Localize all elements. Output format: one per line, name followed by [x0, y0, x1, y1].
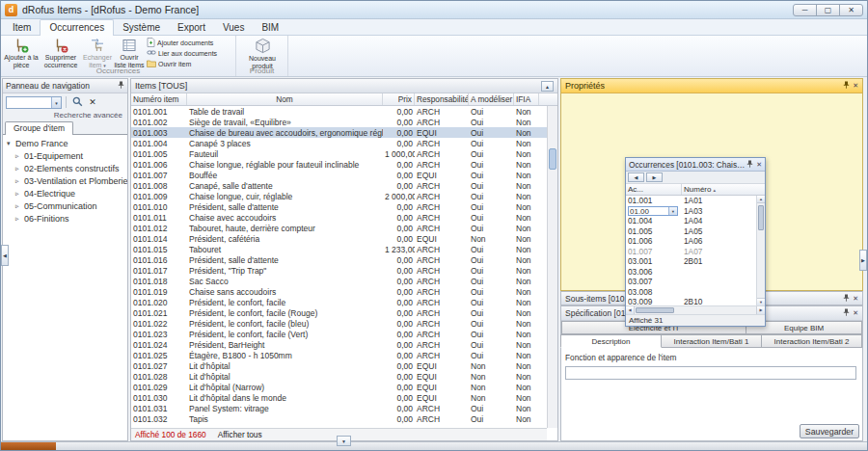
table-row[interactable]: 0101.024 Président, BarHeight 0,00 ARCH …: [131, 339, 547, 350]
exchange-item-button[interactable]: Echanger item ▾: [83, 37, 112, 68]
occurrence-row[interactable]: 03.001 03.001 ▾ 2B01: [626, 256, 756, 267]
tree-node[interactable]: ▹ 01-Equipement: [3, 149, 127, 162]
chevron-down-icon[interactable]: ▾: [668, 207, 677, 215]
collapse-up-icon[interactable]: ▲: [541, 81, 554, 92]
table-row[interactable]: 0101.006 Chaise longue, réglable pour fa…: [131, 159, 547, 170]
column-header-a-modeliser[interactable]: A modéliser: [469, 93, 514, 105]
column-header-responsabilite[interactable]: Responsabilité: [415, 93, 469, 105]
table-row[interactable]: 0101.010 Président, salle d'attente 0,00…: [131, 201, 547, 212]
table-row[interactable]: 0101.032 Tapis 0,00 ARCH Oui Non: [131, 413, 547, 424]
expander-icon[interactable]: ▹: [15, 215, 24, 223]
close-panel-icon[interactable]: ✕: [853, 295, 858, 303]
occurrence-row[interactable]: 03.006 03.006 ▾: [626, 267, 756, 278]
pin-icon[interactable]: [843, 294, 850, 304]
table-row[interactable]: 0101.012 Tabouret, haute, derrière compt…: [131, 223, 547, 233]
delete-occurrence-button[interactable]: Supprimer occurrence: [41, 37, 81, 68]
function-appearance-input[interactable]: [565, 366, 856, 380]
column-header-numero[interactable]: Numéro ▴: [682, 184, 765, 195]
expander-icon[interactable]: ▹: [15, 202, 24, 210]
pin-icon[interactable]: [843, 81, 850, 91]
column-header-prix[interactable]: Prix: [383, 93, 415, 105]
occurrence-row[interactable]: 01.004 01.004 ▾ 1A04: [626, 216, 756, 226]
items-scrollbar[interactable]: [547, 106, 557, 428]
tree-node[interactable]: ▹ 04-Electrique: [3, 187, 127, 199]
ribbon-tab[interactable]: Export: [169, 20, 214, 35]
tree-node[interactable]: ▹ 02-Elements constructifs: [3, 162, 127, 174]
occurrence-row[interactable]: 03.007 03.007 ▾: [626, 277, 756, 287]
pin-icon[interactable]: [843, 308, 850, 318]
table-row[interactable]: 0101.009 Chaise longue, cuir, réglable 2…: [131, 191, 547, 201]
table-row[interactable]: 0101.003 Chaise de bureau avec accoudoir…: [131, 127, 547, 138]
table-row[interactable]: 0101.028 Lit d'hôpital 0,00 EQUI Non Non: [131, 371, 547, 382]
close-popup-icon[interactable]: ✕: [756, 161, 762, 169]
collapse-right-panel-button[interactable]: ▶: [859, 250, 867, 271]
ribbon-tab[interactable]: Item: [4, 20, 40, 35]
table-row[interactable]: 0101.030 Lit d'hôpital dans le monde 0,0…: [131, 392, 547, 403]
table-row[interactable]: 0101.018 Sac Sacco 0,00 ARCH Oui Non: [131, 276, 547, 286]
open-items-list-button[interactable]: Ouvrir liste items: [113, 37, 146, 68]
scrollbar-thumb[interactable]: [549, 148, 556, 170]
search-input[interactable]: [7, 97, 51, 108]
collapse-bottom-panel-button[interactable]: ▼: [337, 436, 351, 446]
save-button[interactable]: Sauvegarder: [800, 424, 859, 438]
table-row[interactable]: 0101.001 Table de travail 0,00 ARCH Oui …: [131, 106, 547, 117]
table-row[interactable]: 0101.017 Président, "Trip Trap" 0,00 ARC…: [131, 265, 547, 276]
tree-node[interactable]: ▹ 03-Ventilation et Plomberie: [3, 174, 127, 187]
table-row[interactable]: 0101.029 Lit d'hôpital (Narrow) 0,00 EQU…: [131, 382, 547, 392]
table-row[interactable]: 0101.022 Président, le confort, facile (…: [131, 318, 547, 329]
table-row[interactable]: 0101.031 Panel System: vitrage 0,00 ARCH…: [131, 403, 547, 413]
column-header-activite[interactable]: Ac...: [626, 184, 682, 195]
close-panel-icon[interactable]: ✕: [853, 82, 858, 90]
link-documents-button[interactable]: Lier aux documents: [147, 48, 233, 58]
close-panel-icon[interactable]: ✕: [853, 309, 858, 317]
table-row[interactable]: 0101.014 Président, cafétéria 0,00 EQUI …: [131, 233, 547, 244]
ribbon-tab[interactable]: BIM: [253, 20, 287, 35]
column-header-ifia[interactable]: IFIA: [514, 93, 539, 105]
occurrence-row[interactable]: 01.00 01.00 ▾ 1A03: [626, 206, 756, 217]
occurrence-row[interactable]: 01.001 01.001 ▾ 1A01: [626, 196, 756, 206]
scrollbar-thumb[interactable]: [636, 307, 674, 313]
minimize-button[interactable]: ─: [793, 4, 817, 16]
collapse-left-panel-button[interactable]: ◀: [1, 245, 9, 266]
scroll-up-icon[interactable]: ▲: [757, 196, 765, 203]
previous-record-button[interactable]: ◀: [628, 172, 644, 182]
ribbon-tab[interactable]: Occurrences: [40, 19, 114, 36]
ribbon-tab[interactable]: Vues: [214, 20, 253, 35]
advanced-search-link[interactable]: Recherche avancée: [3, 111, 127, 121]
expander-icon[interactable]: ▹: [15, 165, 24, 172]
occurrence-row[interactable]: 03.008 03.008 ▾: [626, 287, 756, 298]
table-row[interactable]: 0101.015 Tabouret 1 233,00 ARCH Oui Non: [131, 244, 547, 254]
close-window-button[interactable]: ✕: [839, 4, 863, 16]
clear-search-button[interactable]: ✕: [86, 96, 99, 109]
scroll-right-icon[interactable]: ▶: [756, 306, 765, 314]
scrollbar-thumb[interactable]: [758, 205, 764, 230]
ribbon-tab[interactable]: Système: [114, 20, 169, 35]
tree-node[interactable]: ▾ Demo France: [3, 137, 127, 149]
activite-combobox[interactable]: 01.00 ▾: [628, 206, 678, 216]
add-to-room-button[interactable]: Ajouter à la pièce: [3, 37, 40, 68]
expander-icon[interactable]: ▹: [15, 190, 24, 198]
occurrences-horizontal-scrollbar[interactable]: ◀ ▶: [626, 305, 765, 314]
column-header-nom[interactable]: Nom: [187, 93, 383, 105]
scroll-left-icon[interactable]: ◀: [626, 306, 635, 314]
occurrence-row[interactable]: 01.006 01.006 ▾ 1A06: [626, 236, 756, 247]
pin-icon[interactable]: [746, 160, 753, 170]
table-row[interactable]: 0101.025 Étagère, B1800 - h 1050mm 0,00 …: [131, 350, 547, 360]
pin-icon[interactable]: [118, 81, 124, 91]
new-product-button[interactable]: Nouveau produit: [239, 37, 285, 68]
search-combobox[interactable]: ▾: [6, 96, 62, 109]
search-button[interactable]: [70, 96, 84, 109]
table-row[interactable]: 0101.002 Siège de travail, «Equilibre» 0…: [131, 117, 547, 127]
tree-node[interactable]: ▹ 06-Finitions: [3, 212, 127, 225]
table-row[interactable]: 0101.027 Lit d'hôpital 0,00 EQUI Non Non: [131, 360, 547, 371]
table-row[interactable]: 0101.004 Canapé 3 places 0,00 ARCH Oui N…: [131, 138, 547, 148]
show-all-link[interactable]: Afficher tous: [218, 430, 262, 439]
tree-node[interactable]: ▹ 05-Communication: [3, 199, 127, 212]
table-row[interactable]: 0101.023 Président, le confort, facile (…: [131, 329, 547, 339]
expander-icon[interactable]: ▹: [15, 177, 24, 185]
occurrences-vertical-scrollbar[interactable]: ▲ ▼: [756, 196, 765, 305]
occurrence-row[interactable]: 03.009 03.009 ▾ 2B10: [626, 297, 756, 305]
table-row[interactable]: 0101.021 Président, le confort, facile (…: [131, 307, 547, 318]
table-row[interactable]: 0101.016 Président, salle d'attente 0,00…: [131, 254, 547, 265]
table-row[interactable]: 0101.020 Président, le confort, facile 0…: [131, 297, 547, 307]
